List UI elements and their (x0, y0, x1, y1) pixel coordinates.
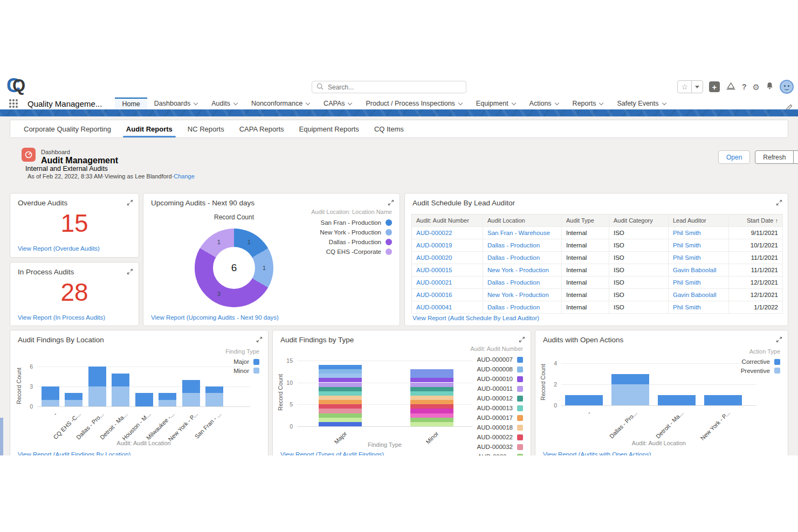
bar-segment (611, 374, 649, 385)
trailhead-icon[interactable] (726, 82, 736, 92)
record-link[interactable]: AUD-000041 (416, 304, 452, 310)
bar-segment (319, 422, 362, 426)
nav-tab-audits[interactable]: Audits (204, 98, 244, 109)
global-add-icon[interactable]: + (709, 81, 720, 92)
open-button[interactable]: Open (718, 150, 750, 164)
legend-label: New York - Production (320, 229, 381, 236)
record-link[interactable]: AUD-000022 (416, 230, 452, 236)
table-cell: ISO (609, 252, 669, 264)
legend-title: Action Type (656, 348, 780, 355)
column-header[interactable]: Audit Location (483, 215, 562, 227)
nav-tab-actions[interactable]: Actions (522, 98, 566, 109)
bar-segment (565, 395, 603, 406)
legend-label: San Fran - Production (320, 219, 381, 226)
dashboard-icon (22, 148, 36, 162)
nav-tab-label: Nonconformance (251, 100, 302, 107)
table-cell: 9/11/2021 (729, 227, 783, 239)
global-search[interactable] (312, 81, 466, 93)
record-link[interactable]: Phil Smith (673, 242, 701, 248)
record-link[interactable]: Gavin Baboolall (673, 267, 717, 273)
record-link[interactable]: Phil Smith (673, 230, 701, 236)
nav-tab-safety-events[interactable]: Safety Events (610, 98, 672, 109)
subtab-capa-reports[interactable]: CAPA Reports (232, 120, 292, 137)
column-header[interactable]: Audit Type (562, 215, 609, 227)
bar-segment (182, 393, 200, 406)
record-link[interactable]: Dallas - Production (487, 242, 540, 248)
search-input[interactable] (327, 83, 453, 92)
expand-icon[interactable] (776, 198, 782, 208)
nav-tab-dashboards[interactable]: Dashboards (147, 98, 204, 109)
legend-item-aud-000018: AUD-000018 (399, 423, 523, 432)
change-viewer-link[interactable]: Change (174, 173, 195, 179)
view-report-link[interactable]: View Report (Audit Schedule By Lead Audi… (412, 315, 539, 321)
nav-tab-home[interactable]: Home (115, 98, 147, 109)
record-link[interactable]: AUD-000021 (416, 279, 452, 286)
legend-item-aud-000022: AUD-000022 (399, 432, 523, 442)
subtab-audit-reports[interactable]: Audit Reports (119, 120, 180, 137)
view-report-link[interactable]: View Report (Audits with Open Actions) (543, 451, 651, 455)
refresh-dropdown-icon[interactable] (794, 150, 798, 164)
favorite-star-icon[interactable]: ☆ (678, 81, 691, 93)
record-link[interactable]: AUD-000015 (416, 267, 452, 273)
nav-tab-equipment[interactable]: Equipment (469, 98, 522, 109)
legend-title: Finding Type (135, 348, 259, 355)
expand-icon[interactable] (127, 267, 133, 277)
setup-gear-icon[interactable]: ⚙ (753, 83, 760, 91)
view-report-link[interactable]: View Report (In Process Audits) (18, 314, 105, 321)
expand-icon[interactable] (127, 198, 133, 208)
record-link[interactable]: San Fran - Warehouse (487, 230, 550, 236)
record-link[interactable]: Phil Smith (673, 279, 701, 286)
app-launcher-icon[interactable] (9, 99, 18, 108)
record-link[interactable]: AUD-000016 (416, 292, 452, 298)
app-window: CQ ☆ + ? ⚙ Quality Manageme... HomeDashb… (0, 0, 798, 532)
legend-swatch (517, 425, 523, 431)
global-header: CQ ☆ + ? ⚙ (0, 75, 798, 98)
record-link[interactable]: Dallas - Production (487, 279, 540, 286)
user-avatar[interactable] (780, 80, 794, 94)
record-link[interactable]: New York - Production (487, 292, 549, 298)
record-link[interactable]: Phil Smith (673, 304, 701, 310)
view-report-link[interactable]: View Report (Upcoming Audits - Next 90 d… (151, 314, 279, 321)
app-nav-bar: Quality Manageme... HomeDashboardsAudits… (0, 98, 798, 109)
help-icon[interactable]: ? (742, 82, 747, 91)
bar-segment (319, 413, 362, 418)
table-cell: New York - Production (483, 289, 562, 301)
legend-item-aud-000010: AUD-000010 (399, 374, 523, 384)
subtab-nc-reports[interactable]: NC Reports (180, 120, 232, 137)
refresh-button[interactable]: Refresh (755, 150, 794, 164)
notifications-bell-icon[interactable] (766, 81, 774, 92)
nav-tab-nonconformance[interactable]: Nonconformance (244, 98, 317, 109)
chart-legend: Finding TypeMajorMinor (135, 348, 259, 375)
record-link[interactable]: AUD-000020 (416, 254, 452, 261)
column-header[interactable]: Audit: Audit Number (412, 215, 483, 227)
subtab-equipment-reports[interactable]: Equipment Reports (292, 120, 367, 137)
nav-tab-capas[interactable]: CAPAs (317, 98, 359, 109)
bar-segment (88, 367, 106, 386)
bar-segment (319, 409, 362, 413)
column-header[interactable]: Start Date ↑ (729, 215, 783, 227)
record-link[interactable]: New York - Production (487, 267, 549, 273)
view-report-link[interactable]: View Report (Overdue Audits) (18, 245, 100, 252)
legend-item-aud-0000: AUD-0000… (399, 452, 523, 455)
legend-label: AUD-000017 (477, 414, 513, 421)
record-link[interactable]: AUD-000019 (416, 242, 452, 248)
record-link[interactable]: Gavin Baboolall (673, 292, 717, 298)
nav-tab-reports[interactable]: Reports (566, 98, 610, 109)
nav-tabs: HomeDashboardsAuditsNonconformanceCAPAsP… (115, 98, 672, 109)
record-link[interactable]: Dallas - Production (487, 304, 540, 310)
table-cell: Dallas - Production (483, 301, 562, 314)
view-report-link[interactable]: View Report (Audit Findings By Location) (18, 451, 130, 455)
y-axis-label: Record Count (16, 359, 22, 413)
subtab-corporate-quality-reporting[interactable]: Corporate Quality Reporting (16, 120, 119, 137)
nav-tab-product-process-inspections[interactable]: Product / Process Inspections (359, 98, 469, 109)
column-header[interactable]: Audit Category (609, 215, 669, 227)
legend-label: Corrective (742, 358, 770, 365)
legend-label: AUD-000022 (477, 434, 513, 440)
view-report-link[interactable]: View Report (Types of Audit Findings) (280, 451, 384, 455)
dashboard-actions: Open Refresh (718, 150, 798, 164)
column-header[interactable]: Lead Auditor (669, 215, 729, 227)
favorites-dropdown-icon[interactable] (691, 81, 703, 93)
subtab-cq-items[interactable]: CQ Items (367, 120, 411, 137)
record-link[interactable]: Phil Smith (673, 254, 701, 261)
record-link[interactable]: Dallas - Production (487, 254, 540, 261)
